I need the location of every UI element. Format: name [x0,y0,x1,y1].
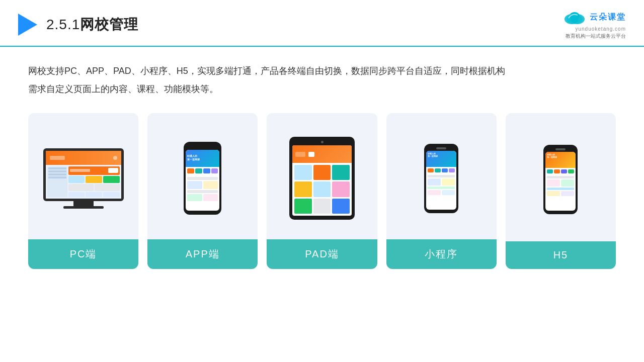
description-text: 网校支持PC、APP、PAD、小程序、H5，实现多端打通，产品各终端自由切换，数… [28,62,616,98]
header-left: 2.5.1网校管理 [18,14,138,36]
body-content: 网校支持PC、APP、PAD、小程序、H5，实现多端打通，产品各终端自由切换，数… [0,47,644,279]
card-pc-image [28,113,138,239]
card-pc-label: PC端 [28,239,138,269]
card-app: 职通人的第一堂网课 [147,113,258,269]
card-miniapp-label: 小程序 [386,239,497,269]
logo-cloud: 云朵课堂 [562,9,626,25]
phone-device-app: 职通人的第一堂网课 [184,142,221,215]
card-miniapp: 职通人的第一堂网课 [386,113,497,269]
play-icon [18,14,37,36]
card-app-label: APP端 [147,239,258,269]
card-app-image: 职通人的第一堂网课 [147,113,258,239]
phone-body-miniapp: 职通人的第一堂网课 [424,144,458,213]
card-pad: PAD端 [267,113,377,269]
card-h5: 职通人的第一堂网课 [506,113,616,269]
phone-body-app: 职通人的第一堂网课 [184,142,221,215]
logo-slogan: 教育机构一站式服务云平台 [566,33,626,40]
header: 2.5.1网校管理 云朵课堂 yunduoketang.com 教育机构一站式服… [0,0,644,47]
card-h5-image: 职通人的第一堂网课 [506,113,616,241]
cloud-logo-icon [562,9,587,25]
logo-text-en: yunduoketang.com [575,26,626,32]
tablet-btn [321,141,324,143]
logo-text-cn: 云朵课堂 [590,12,626,23]
phone-screen-h5: 职通人的第一堂网课 [545,152,576,211]
phone-device-miniapp: 职通人的第一堂网课 [424,144,458,213]
card-miniapp-image: 职通人的第一堂网课 [386,113,497,239]
tablet-body [289,137,355,220]
card-pad-label: PAD端 [267,239,377,269]
phone-screen-app: 职通人的第一堂网课 [186,150,219,211]
phone-notch [197,146,209,148]
pc-device [43,148,124,209]
card-h5-label: H5 [506,241,616,269]
logo-area: 云朵课堂 yunduoketang.com 教育机构一站式服务云平台 [562,9,626,40]
card-pc: PC端 [28,113,138,269]
page-title: 2.5.1网校管理 [46,15,138,34]
tablet-screen [292,145,352,216]
pc-monitor [43,148,124,201]
tablet-device [289,137,355,220]
svg-point-3 [567,14,583,24]
card-pad-image [267,113,377,239]
cards-row: PC端 职通人的第一堂网课 [28,113,616,269]
phone-body-h5: 职通人的第一堂网课 [543,145,578,214]
phone-screen-miniapp: 职通人的第一堂网课 [426,151,456,210]
phone-device-h5: 职通人的第一堂网课 [543,145,578,214]
